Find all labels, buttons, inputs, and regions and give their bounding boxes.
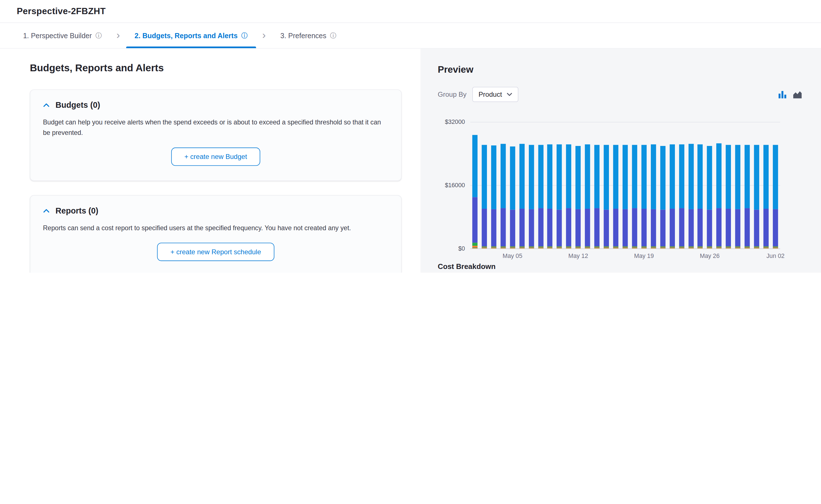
chart-bar <box>489 122 498 249</box>
step-nav: 1. Perspective Builder ⓘ › 2. Budgets, R… <box>0 23 821 49</box>
y-tick-label: $16000 <box>445 182 465 188</box>
chart-bar <box>743 122 752 249</box>
chart-bar <box>498 122 508 249</box>
chart-bar <box>733 122 743 249</box>
x-tick-label: Jun 02 <box>766 253 785 259</box>
app-window: Perspective-2FBZHT 1. Perspective Builde… <box>0 0 821 273</box>
chart-bar <box>686 122 696 249</box>
reports-card-title: Reports (0) <box>55 206 98 216</box>
chart-y-axis: $32000 $16000 $0 <box>438 122 470 249</box>
chart-bar <box>677 122 686 249</box>
chart-bar <box>526 122 536 249</box>
tab-preferences[interactable]: 3. Preferences ⓘ <box>272 23 345 48</box>
preview-pane: Preview Group By Product $32000 $16000 $… <box>420 49 821 273</box>
tab-label: 1. Perspective Builder <box>23 32 92 40</box>
reports-description: Reports can send a cost report to specif… <box>43 223 388 233</box>
top-header: Perspective-2FBZHT <box>0 0 821 23</box>
budgets-description: Budget can help you receive alerts when … <box>43 117 388 138</box>
section-heading: Budgets, Reports and Alerts <box>30 62 401 74</box>
y-tick-label: $0 <box>458 245 465 251</box>
chart-bar <box>752 122 761 249</box>
x-tick-label: May 12 <box>568 253 588 259</box>
chart-type-switcher <box>778 90 802 99</box>
chart-bar <box>658 122 667 249</box>
chart-bar <box>761 122 771 249</box>
preview-controls: Group By Product <box>438 87 802 102</box>
chart-bar <box>714 122 724 249</box>
chevron-up-icon <box>43 207 50 214</box>
chart-bar <box>573 122 583 249</box>
group-by-label: Group By <box>438 91 467 98</box>
page-title: Perspective-2FBZHT <box>17 6 106 16</box>
chevron-down-icon <box>507 92 512 96</box>
chart-bar <box>536 122 545 249</box>
tab-label: 3. Preferences <box>280 32 326 40</box>
group-by-dropdown[interactable]: Product <box>472 87 518 102</box>
budgets-card-header[interactable]: Budgets (0) <box>43 100 389 110</box>
reports-card-header[interactable]: Reports (0) <box>43 206 389 216</box>
info-icon[interactable]: ⓘ <box>330 33 336 39</box>
info-icon[interactable]: ⓘ <box>95 33 102 39</box>
chart-bar <box>630 122 639 249</box>
chart-bar <box>545 122 554 249</box>
chart-bar <box>611 122 620 249</box>
chart-bar <box>583 122 592 249</box>
chart-bar <box>621 122 630 249</box>
main-content: Budgets, Reports and Alerts Budgets (0) … <box>0 49 821 273</box>
x-axis-line <box>470 249 780 249</box>
info-icon[interactable]: ⓘ <box>241 33 248 39</box>
x-tick-label: May 05 <box>502 253 522 259</box>
chart-bar <box>696 122 705 249</box>
chart-bar <box>517 122 526 249</box>
bar-chart-icon[interactable] <box>778 90 787 99</box>
chart-bar <box>649 122 658 249</box>
chevron-up-icon <box>43 102 50 109</box>
tab-label: 2. Budgets, Reports and Alerts <box>134 32 238 40</box>
preview-chart: $32000 $16000 $0 May 05May 12May 19May 2… <box>438 118 802 248</box>
budgets-card: Budgets (0) Budget can help you receive … <box>30 89 401 181</box>
chevron-right-icon: › <box>110 22 126 48</box>
chart-bar <box>771 122 780 249</box>
x-tick-label: May 19 <box>634 253 654 259</box>
chart-bar <box>480 122 489 249</box>
preview-title: Preview <box>438 64 802 75</box>
chart-bar <box>508 122 517 249</box>
area-chart-icon[interactable] <box>793 90 802 99</box>
create-budget-button[interactable]: + create new Budget <box>171 148 260 166</box>
config-pane: Budgets, Reports and Alerts Budgets (0) … <box>0 49 420 273</box>
budgets-card-title: Budgets (0) <box>55 100 100 110</box>
chevron-right-icon: › <box>256 22 272 48</box>
chart-bars <box>470 122 780 249</box>
group-by-value: Product <box>478 91 502 98</box>
create-report-schedule-button[interactable]: + create new Report schedule <box>157 243 274 261</box>
tab-perspective-builder[interactable]: 1. Perspective Builder ⓘ <box>15 23 110 48</box>
tab-budgets-reports-alerts[interactable]: 2. Budgets, Reports and Alerts ⓘ <box>126 23 256 48</box>
chart-bar <box>724 122 733 249</box>
y-tick-label: $32000 <box>445 119 465 125</box>
chart-bar <box>639 122 649 249</box>
x-tick-label: May 26 <box>700 253 720 259</box>
chart-bar <box>470 122 480 249</box>
chart-bar <box>564 122 573 249</box>
chart-bar <box>592 122 601 249</box>
chart-bar <box>668 122 677 249</box>
chart-bar <box>601 122 611 249</box>
cost-breakdown-title: Cost Breakdown <box>438 262 802 271</box>
chart-bar <box>554 122 564 249</box>
chart-bar <box>705 122 714 249</box>
chart-plot: May 05May 12May 19May 26Jun 02 <box>470 122 780 249</box>
reports-card: Reports (0) Reports can send a cost repo… <box>30 195 401 273</box>
